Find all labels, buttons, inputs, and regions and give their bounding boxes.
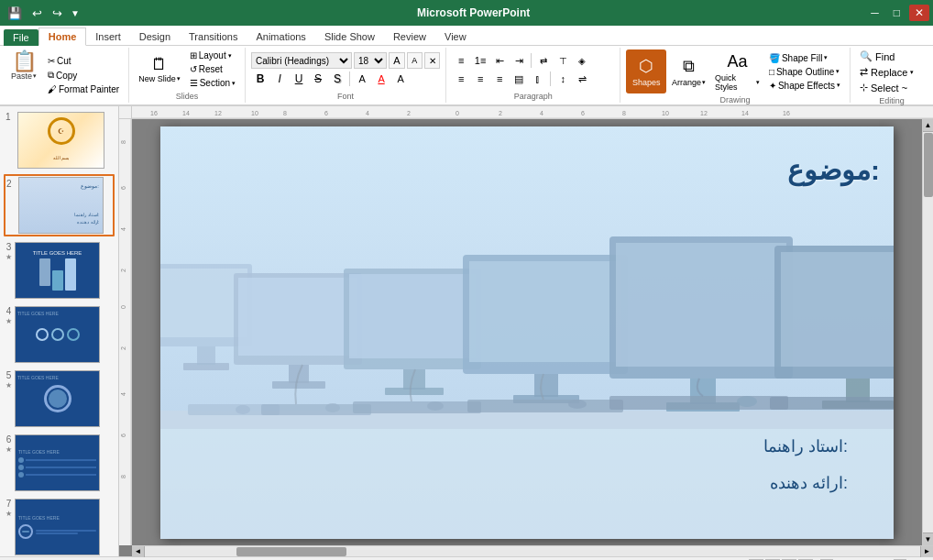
clear-format-btn[interactable]: ✕ — [424, 52, 440, 69]
numbering-button[interactable]: 1≡ — [471, 52, 489, 69]
align-left-button[interactable]: ≡ — [452, 71, 470, 87]
svg-text:4: 4 — [540, 110, 543, 116]
section-button[interactable]: ☰ Section ▾ — [186, 77, 239, 89]
tab-insert[interactable]: Insert — [86, 28, 130, 45]
slide-item-active[interactable]: 2 :موضوع :استاد راهنما:ارائه دهنده — [4, 174, 115, 236]
svg-text:10: 10 — [662, 110, 669, 116]
svg-rect-44 — [469, 261, 621, 362]
slide-panel: 1 ☪ بسم الله 2 :موضوع :استاد راهنما:ارائ… — [0, 106, 119, 556]
font-color-button[interactable]: A — [372, 71, 390, 87]
convert-smartart-button[interactable]: ◈ — [573, 52, 591, 69]
main-area: 1 ☪ بسم الله 2 :موضوع :استاد راهنما:ارائ… — [0, 106, 933, 556]
increase-indent-button[interactable]: ⇥ — [510, 52, 528, 69]
clipboard-group: 📋 Paste ▾ ✂ Cut ⧉ Copy 🖌 Format Painter … — [0, 48, 129, 103]
slide-arabic-instructor[interactable]: :استاد راهنما — [763, 436, 848, 456]
save-btn[interactable]: 💾 — [4, 5, 26, 22]
slide-canvas[interactable]: :موضوع :استاد راهنما :ارائه دهنده — [132, 119, 922, 545]
horizontal-scrollbar[interactable]: ◄ ► — [132, 545, 933, 556]
tab-transitions[interactable]: Transitions — [180, 28, 247, 45]
text-direction-button[interactable]: ⇄ — [534, 52, 553, 69]
line-spacing-button[interactable]: ↕ — [554, 71, 572, 87]
editing-group-label: Editing — [856, 96, 928, 105]
maximize-btn[interactable]: □ — [888, 5, 906, 21]
align-center-button[interactable]: ≡ — [471, 71, 489, 87]
replace-button[interactable]: ⇄ Replace ▾ — [856, 65, 928, 79]
find-button[interactable]: 🔍 Find — [856, 49, 928, 63]
tab-design[interactable]: Design — [130, 28, 180, 45]
scroll-up-button[interactable]: ▲ — [923, 119, 934, 132]
slide-item-3[interactable]: 3 ★ TITLE GOES HERE — [4, 240, 115, 301]
slide-thumb-1: ☪ بسم الله — [17, 112, 104, 169]
font-group-label: Font — [251, 92, 440, 101]
slide-item-6[interactable]: 6 ★ TITLE GOES HERE — [4, 433, 115, 493]
slide-number-2: 2 — [6, 179, 16, 189]
strikethrough-button[interactable]: S — [309, 71, 327, 87]
separator3 — [550, 71, 551, 86]
slide-thumb-4: TITLE GOES HERE — [15, 306, 100, 363]
undo-btn[interactable]: ↩ — [28, 5, 46, 22]
svg-text:14: 14 — [182, 110, 190, 116]
slide-item-4[interactable]: 4 ★ TITLE GOES HERE — [4, 304, 115, 365]
tab-home[interactable]: Home — [38, 27, 87, 46]
bold-button[interactable]: B — [251, 71, 269, 87]
text-highlight-button[interactable]: A — [391, 71, 410, 87]
cut-button[interactable]: ✂ Cut — [44, 55, 123, 67]
tab-review[interactable]: Review — [384, 28, 435, 45]
svg-text:0: 0 — [120, 305, 126, 309]
shape-outline-button[interactable]: □ Shape Outline ▾ — [765, 66, 844, 78]
slide-arabic-presenter[interactable]: :ارائه دهنده — [770, 473, 848, 493]
customize-quick-access-btn[interactable]: ▼ — [69, 6, 82, 20]
align-text-button[interactable]: ⊤ — [554, 52, 572, 69]
redo-btn[interactable]: ↪ — [49, 5, 66, 22]
close-btn[interactable]: ✕ — [909, 5, 929, 21]
decrease-font-btn[interactable]: A — [407, 52, 423, 69]
horizontal-ruler: 16 14 12 10 8 6 4 2 0 2 4 6 8 10 12 14 1 — [132, 106, 933, 119]
char-spacing-button[interactable]: A — [353, 71, 371, 87]
slide-item[interactable]: 1 ☪ بسم الله — [4, 110, 115, 170]
svg-text:6: 6 — [581, 110, 585, 116]
tab-file[interactable]: File — [4, 29, 38, 46]
shadow-button[interactable]: S — [328, 71, 346, 87]
arrange-button[interactable]: ⧉ Arrange▾ — [668, 49, 709, 93]
decrease-indent-button[interactable]: ⇤ — [490, 52, 509, 69]
shape-effects-button[interactable]: ✦ Shape Effects ▾ — [765, 80, 844, 92]
underline-button[interactable]: U — [290, 71, 308, 87]
justify-button[interactable]: ▤ — [510, 71, 528, 87]
format-painter-button[interactable]: 🖌 Format Painter — [44, 83, 123, 95]
paste-button[interactable]: 📋 Paste ▾ — [5, 49, 42, 101]
copy-button[interactable]: ⧉ Copy — [44, 69, 123, 82]
minimize-btn[interactable]: ─ — [865, 5, 884, 21]
slide-star-5: ★ — [5, 381, 12, 390]
italic-button[interactable]: I — [270, 71, 289, 87]
svg-text:14: 14 — [741, 110, 749, 116]
paragraph-direction-button[interactable]: ⇌ — [573, 71, 591, 87]
font-family-select[interactable]: Calibri (Headings) — [251, 52, 352, 69]
slide-item-7[interactable]: 7 ★ TITLE GOES HERE — [4, 497, 115, 556]
svg-point-63 — [427, 401, 444, 411]
reset-button[interactable]: ↺ Reset — [186, 63, 239, 75]
tab-slideshow[interactable]: Slide Show — [315, 28, 384, 45]
tab-view[interactable]: View — [435, 28, 476, 45]
tab-animations[interactable]: Animations — [247, 28, 314, 45]
select-button[interactable]: ⊹ Select ~ — [856, 81, 928, 94]
h-scroll-thumb[interactable] — [236, 547, 346, 556]
new-slide-button[interactable]: 🗒 New Slide ▾ — [135, 53, 184, 85]
scroll-right-button[interactable]: ► — [920, 546, 933, 557]
shape-fill-button[interactable]: 🪣 Shape Fill ▾ — [765, 52, 844, 64]
columns-button[interactable]: ⫿ — [529, 71, 547, 87]
scroll-left-button[interactable]: ◄ — [132, 546, 145, 557]
scroll-down-button[interactable]: ▼ — [923, 533, 934, 545]
bullets-button[interactable]: ≡ — [452, 52, 470, 69]
align-right-button[interactable]: ≡ — [490, 71, 509, 87]
increase-font-btn[interactable]: A — [389, 52, 404, 69]
svg-rect-33 — [197, 346, 215, 365]
font-size-select[interactable]: 18 — [354, 52, 387, 69]
shapes-button[interactable]: ⬡ Shapes — [626, 49, 666, 93]
slide-item-5[interactable]: 5 ★ TITLE GOES HERE — [4, 368, 115, 429]
vertical-scrollbar[interactable]: ▲ ▼ — [922, 119, 933, 545]
slide-arabic-title[interactable]: :موضوع — [787, 154, 880, 186]
shape-effects-icon: ✦ — [769, 81, 776, 91]
quick-styles-button[interactable]: Aa Quick Styles▾ — [711, 49, 763, 93]
scroll-thumb[interactable] — [924, 133, 933, 197]
layout-button[interactable]: ⊞ Layout ▾ — [186, 49, 239, 61]
